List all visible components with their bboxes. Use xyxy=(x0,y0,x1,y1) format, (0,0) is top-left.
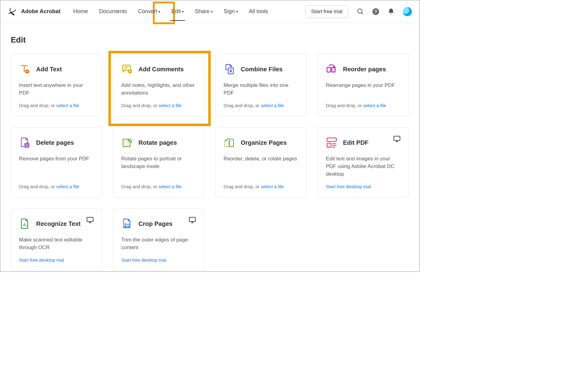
svg-text:?: ? xyxy=(374,9,377,14)
nav-all-tools[interactable]: All tools xyxy=(248,2,270,21)
select-file-link[interactable]: select a file xyxy=(56,103,79,108)
nav-documents[interactable]: Documents xyxy=(98,2,128,21)
select-file-link[interactable]: select a file xyxy=(261,103,284,108)
desktop-trial-link[interactable]: Start free desktop trial xyxy=(326,184,371,189)
card-desc: Trim the outer edges of page content xyxy=(121,236,196,251)
card-combine-files[interactable]: Combine Files Merge multiple files into … xyxy=(215,54,307,116)
nav-convert[interactable]: Convert▾ xyxy=(137,2,161,21)
svg-rect-5 xyxy=(123,65,130,70)
page-title: Edit xyxy=(11,35,409,45)
main-content: Edit Add Text Insert text anywhere in yo… xyxy=(0,23,419,272)
nav-home[interactable]: Home xyxy=(72,2,89,21)
card-title: Rotate pages xyxy=(138,139,177,146)
select-file-link[interactable]: select a file xyxy=(159,103,182,108)
select-file-link[interactable]: select a file xyxy=(261,184,284,189)
desktop-icon xyxy=(393,136,401,142)
add-text-icon xyxy=(19,63,31,75)
card-desc: Merge multiple files into one PDF xyxy=(224,82,298,97)
card-title: Add Comments xyxy=(138,66,184,73)
card-desc: Reorder, delete, or rotate pages xyxy=(224,155,298,163)
desktop-trial-link[interactable]: Start free desktop trial xyxy=(121,257,166,263)
chevron-down-icon: ▾ xyxy=(236,9,238,14)
start-free-trial-button[interactable]: Start free trial xyxy=(305,5,348,18)
add-comments-icon xyxy=(121,63,133,75)
card-delete-pages[interactable]: Delete pages Remove pages from your PDF … xyxy=(11,127,102,197)
card-title: Combine Files xyxy=(241,66,283,73)
card-footer: Drag and drop, or select a file xyxy=(326,103,401,108)
reorder-pages-icon xyxy=(326,63,337,75)
card-desc: Make scanned text editable through OCR xyxy=(19,236,94,251)
svg-rect-16 xyxy=(87,217,93,222)
rotate-pages-icon xyxy=(121,137,133,148)
card-footer: Drag and drop, or select a file xyxy=(121,103,196,108)
svg-rect-15 xyxy=(327,143,331,147)
card-organize-pages[interactable]: Organize Pages Reorder, delete, or rotat… xyxy=(215,127,307,197)
acrobat-logo-icon xyxy=(8,7,17,16)
chevron-down-icon: ▾ xyxy=(182,9,184,14)
chevron-down-icon: ▾ xyxy=(211,9,213,14)
desktop-icon xyxy=(86,217,94,223)
svg-rect-11 xyxy=(229,139,233,147)
svg-rect-12 xyxy=(225,141,229,147)
select-file-link[interactable]: select a file xyxy=(363,103,386,108)
svg-rect-13 xyxy=(394,136,400,140)
card-recognize-text[interactable]: AA Recognize Text Make scanned text edit… xyxy=(11,208,102,271)
recognize-text-icon: AA xyxy=(19,218,31,230)
svg-line-1 xyxy=(361,13,363,14)
select-file-link[interactable]: select a file xyxy=(56,184,79,189)
card-desc: Edit text and images in your PDF using A… xyxy=(326,155,401,178)
header-icons: ? xyxy=(357,7,412,16)
combine-files-icon xyxy=(224,63,235,75)
brand-name: Adobe Acrobat xyxy=(21,8,60,15)
chevron-down-icon: ▾ xyxy=(158,9,160,14)
help-icon[interactable]: ? xyxy=(372,8,379,15)
crop-pages-icon xyxy=(121,218,133,230)
card-desc: Rearrange pages in your PDF xyxy=(326,82,401,89)
delete-pages-icon xyxy=(19,137,31,148)
card-title: Organize Pages xyxy=(241,139,287,146)
svg-rect-9 xyxy=(332,67,335,72)
card-footer: Drag and drop, or select a file xyxy=(224,103,298,108)
bell-icon[interactable] xyxy=(387,8,395,15)
brand: Adobe Acrobat xyxy=(8,7,60,16)
card-title: Crop Pages xyxy=(138,220,172,227)
svg-point-0 xyxy=(358,9,362,13)
nav-edit[interactable]: Edit▾ xyxy=(170,2,185,21)
card-footer: Start free desktop trial xyxy=(19,257,94,263)
top-header: Adobe Acrobat Home Documents Convert▾ Ed… xyxy=(0,0,419,23)
card-footer: Start free desktop trial xyxy=(326,184,401,189)
select-file-link[interactable]: select a file xyxy=(159,184,182,189)
card-title: Edit PDF xyxy=(343,139,368,146)
avatar[interactable] xyxy=(403,7,412,16)
card-title: Add Text xyxy=(36,66,62,73)
card-footer: Drag and drop, or select a file xyxy=(19,184,94,189)
svg-rect-19 xyxy=(189,217,195,222)
card-edit-pdf[interactable]: Edit PDF Edit text and images in your PD… xyxy=(318,127,409,197)
edit-pdf-icon xyxy=(326,137,337,148)
tool-grid: Add Text Insert text anywhere in your PD… xyxy=(11,54,409,271)
svg-rect-14 xyxy=(327,138,336,141)
organize-pages-icon xyxy=(224,137,235,148)
card-desc: Rotate pages to portrait or landscape mo… xyxy=(121,155,196,170)
card-desc: Remove pages from your PDF xyxy=(19,155,94,163)
card-desc: Insert text anywhere in your PDF xyxy=(19,82,94,97)
card-title: Recognize Text xyxy=(36,220,81,227)
card-add-text[interactable]: Add Text Insert text anywhere in your PD… xyxy=(11,54,102,116)
card-rotate-pages[interactable]: Rotate pages Rotate pages to portrait or… xyxy=(113,127,204,197)
card-reorder-pages[interactable]: Reorder pages Rearrange pages in your PD… xyxy=(318,54,409,116)
top-nav: Home Documents Convert▾ Edit▾ Share▾ Sig… xyxy=(72,2,269,21)
svg-rect-8 xyxy=(327,67,330,72)
card-title: Delete pages xyxy=(36,139,74,146)
card-crop-pages[interactable]: Crop Pages Trim the outer edges of page … xyxy=(113,208,204,271)
card-footer: Start free desktop trial xyxy=(121,257,196,263)
card-add-comments[interactable]: Add Comments Add notes, highlights, and … xyxy=(113,54,204,116)
card-footer: Drag and drop, or select a file xyxy=(19,103,94,108)
nav-share[interactable]: Share▾ xyxy=(194,2,214,21)
desktop-trial-link[interactable]: Start free desktop trial xyxy=(19,257,64,263)
nav-sign[interactable]: Sign▾ xyxy=(223,2,239,21)
card-title: Reorder pages xyxy=(343,66,386,73)
search-icon[interactable] xyxy=(357,8,364,15)
svg-text:A: A xyxy=(26,225,28,228)
card-footer: Drag and drop, or select a file xyxy=(224,184,298,189)
desktop-icon xyxy=(189,217,196,223)
